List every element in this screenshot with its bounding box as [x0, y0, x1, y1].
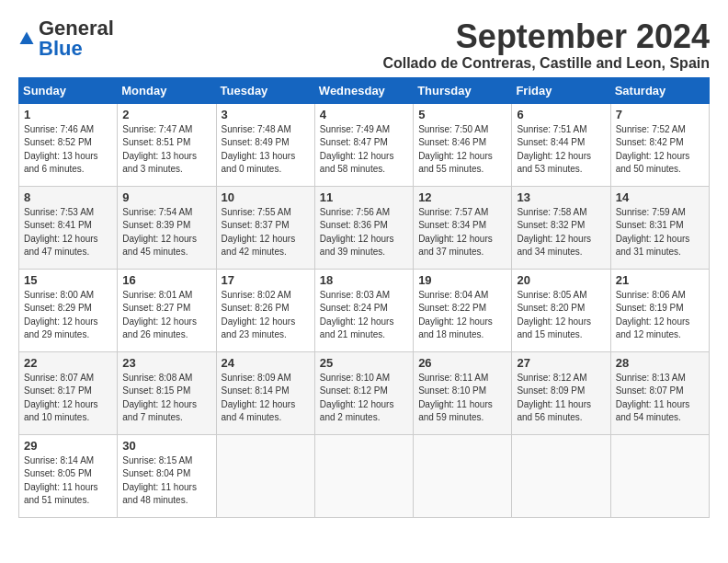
day-number: 13	[517, 190, 605, 204]
calendar-table: SundayMondayTuesdayWednesdayThursdayFrid…	[18, 77, 710, 518]
day-cell: 30Sunrise: 8:15 AMSunset: 8:04 PMDayligh…	[118, 434, 216, 517]
day-number: 12	[418, 190, 506, 204]
day-cell	[414, 434, 512, 517]
day-number: 9	[122, 190, 210, 204]
day-info: Sunrise: 7:49 AMSunset: 8:47 PMDaylight:…	[320, 123, 408, 177]
day-cell	[610, 434, 709, 517]
week-row-1: 1Sunrise: 7:46 AMSunset: 8:52 PMDaylight…	[19, 103, 710, 186]
day-cell: 23Sunrise: 8:08 AMSunset: 8:15 PMDayligh…	[118, 351, 216, 434]
week-row-3: 15Sunrise: 8:00 AMSunset: 8:29 PMDayligh…	[19, 269, 710, 351]
day-cell	[512, 434, 610, 517]
day-number: 21	[616, 273, 704, 287]
day-info: Sunrise: 7:55 AMSunset: 8:37 PMDaylight:…	[222, 206, 310, 259]
day-number: 8	[24, 190, 112, 204]
day-number: 19	[418, 273, 506, 287]
logo-icon	[18, 30, 35, 47]
day-info: Sunrise: 7:47 AMSunset: 8:51 PMDaylight:…	[122, 123, 210, 177]
day-cell: 7Sunrise: 7:52 AMSunset: 8:42 PMDaylight…	[610, 103, 709, 186]
day-number: 20	[517, 273, 605, 287]
day-info: Sunrise: 8:04 AMSunset: 8:22 PMDaylight:…	[418, 289, 506, 342]
day-cell: 16Sunrise: 8:01 AMSunset: 8:27 PMDayligh…	[118, 269, 216, 351]
day-number: 5	[418, 108, 506, 121]
day-cell: 4Sunrise: 7:49 AMSunset: 8:47 PMDaylight…	[314, 103, 413, 186]
header: General Blue September 2024 Collado de C…	[18, 18, 710, 72]
day-info: Sunrise: 8:07 AMSunset: 8:17 PMDaylight:…	[24, 372, 112, 425]
day-number: 17	[222, 273, 310, 287]
day-number: 28	[616, 356, 704, 370]
day-cell: 21Sunrise: 8:06 AMSunset: 8:19 PMDayligh…	[610, 269, 709, 351]
logo: General Blue	[18, 18, 114, 59]
day-info: Sunrise: 7:48 AMSunset: 8:49 PMDaylight:…	[222, 123, 310, 177]
logo-general-text: General	[39, 18, 114, 39]
calendar-header: SundayMondayTuesdayWednesdayThursdayFrid…	[19, 77, 710, 103]
day-info: Sunrise: 8:13 AMSunset: 8:07 PMDaylight:…	[616, 372, 704, 425]
day-number: 27	[517, 356, 605, 370]
day-number: 15	[24, 273, 112, 287]
day-number: 7	[616, 108, 704, 121]
day-cell: 10Sunrise: 7:55 AMSunset: 8:37 PMDayligh…	[216, 186, 314, 269]
day-number: 2	[122, 108, 210, 121]
day-number: 10	[222, 190, 310, 204]
day-info: Sunrise: 8:05 AMSunset: 8:20 PMDaylight:…	[517, 289, 605, 342]
day-info: Sunrise: 8:01 AMSunset: 8:27 PMDaylight:…	[122, 289, 210, 342]
day-cell: 1Sunrise: 7:46 AMSunset: 8:52 PMDaylight…	[19, 103, 118, 186]
day-info: Sunrise: 7:51 AMSunset: 8:44 PMDaylight:…	[517, 123, 605, 177]
day-info: Sunrise: 7:52 AMSunset: 8:42 PMDaylight:…	[616, 123, 704, 177]
day-cell: 25Sunrise: 8:10 AMSunset: 8:12 PMDayligh…	[314, 351, 413, 434]
day-number: 23	[122, 356, 210, 370]
day-info: Sunrise: 8:11 AMSunset: 8:10 PMDaylight:…	[418, 372, 506, 425]
day-cell: 2Sunrise: 7:47 AMSunset: 8:51 PMDaylight…	[118, 103, 216, 186]
day-cell: 5Sunrise: 7:50 AMSunset: 8:46 PMDaylight…	[414, 103, 512, 186]
day-number: 14	[616, 190, 704, 204]
title-area: September 2024 Collado de Contreras, Cas…	[382, 18, 710, 72]
day-cell: 24Sunrise: 8:09 AMSunset: 8:14 PMDayligh…	[216, 351, 314, 434]
day-number: 16	[122, 273, 210, 287]
location-title: Collado de Contreras, Castille and Leon,…	[382, 55, 710, 72]
day-cell: 19Sunrise: 8:04 AMSunset: 8:22 PMDayligh…	[414, 269, 512, 351]
day-number: 25	[320, 356, 408, 370]
day-number: 4	[320, 108, 408, 121]
day-cell: 3Sunrise: 7:48 AMSunset: 8:49 PMDaylight…	[216, 103, 314, 186]
header-row: SundayMondayTuesdayWednesdayThursdayFrid…	[19, 77, 710, 103]
day-info: Sunrise: 8:12 AMSunset: 8:09 PMDaylight:…	[517, 372, 605, 425]
day-info: Sunrise: 8:02 AMSunset: 8:26 PMDaylight:…	[222, 289, 310, 342]
day-cell: 26Sunrise: 8:11 AMSunset: 8:10 PMDayligh…	[414, 351, 512, 434]
header-cell-monday: Monday	[118, 77, 216, 103]
day-cell: 14Sunrise: 7:59 AMSunset: 8:31 PMDayligh…	[610, 186, 709, 269]
week-row-4: 22Sunrise: 8:07 AMSunset: 8:17 PMDayligh…	[19, 351, 710, 434]
day-cell: 29Sunrise: 8:14 AMSunset: 8:05 PMDayligh…	[19, 434, 118, 517]
header-cell-tuesday: Tuesday	[216, 77, 314, 103]
calendar-body: 1Sunrise: 7:46 AMSunset: 8:52 PMDaylight…	[19, 103, 710, 517]
day-info: Sunrise: 7:50 AMSunset: 8:46 PMDaylight:…	[418, 123, 506, 177]
day-cell: 11Sunrise: 7:56 AMSunset: 8:36 PMDayligh…	[314, 186, 413, 269]
day-cell	[216, 434, 314, 517]
day-cell: 22Sunrise: 8:07 AMSunset: 8:17 PMDayligh…	[19, 351, 118, 434]
day-number: 6	[517, 108, 605, 121]
day-cell: 12Sunrise: 7:57 AMSunset: 8:34 PMDayligh…	[414, 186, 512, 269]
day-info: Sunrise: 7:58 AMSunset: 8:32 PMDaylight:…	[517, 206, 605, 259]
day-info: Sunrise: 8:09 AMSunset: 8:14 PMDaylight:…	[222, 372, 310, 425]
svg-marker-0	[20, 32, 34, 45]
header-cell-friday: Friday	[512, 77, 610, 103]
day-cell: 17Sunrise: 8:02 AMSunset: 8:26 PMDayligh…	[216, 269, 314, 351]
day-cell: 9Sunrise: 7:54 AMSunset: 8:39 PMDaylight…	[118, 186, 216, 269]
day-number: 24	[222, 356, 310, 370]
day-info: Sunrise: 8:15 AMSunset: 8:04 PMDaylight:…	[122, 454, 210, 508]
day-info: Sunrise: 8:03 AMSunset: 8:24 PMDaylight:…	[320, 289, 408, 342]
header-cell-wednesday: Wednesday	[314, 77, 413, 103]
day-cell: 27Sunrise: 8:12 AMSunset: 8:09 PMDayligh…	[512, 351, 610, 434]
day-info: Sunrise: 7:53 AMSunset: 8:41 PMDaylight:…	[24, 206, 112, 259]
day-info: Sunrise: 7:57 AMSunset: 8:34 PMDaylight:…	[418, 206, 506, 259]
day-cell: 20Sunrise: 8:05 AMSunset: 8:20 PMDayligh…	[512, 269, 610, 351]
day-number: 30	[122, 439, 210, 453]
month-title: September 2024	[382, 18, 710, 55]
header-cell-saturday: Saturday	[610, 77, 709, 103]
day-info: Sunrise: 8:10 AMSunset: 8:12 PMDaylight:…	[320, 372, 408, 425]
day-cell: 8Sunrise: 7:53 AMSunset: 8:41 PMDaylight…	[19, 186, 118, 269]
day-info: Sunrise: 7:56 AMSunset: 8:36 PMDaylight:…	[320, 206, 408, 259]
logo-blue-text: Blue	[39, 39, 114, 59]
day-cell: 13Sunrise: 7:58 AMSunset: 8:32 PMDayligh…	[512, 186, 610, 269]
day-info: Sunrise: 7:59 AMSunset: 8:31 PMDaylight:…	[616, 206, 704, 259]
day-cell: 18Sunrise: 8:03 AMSunset: 8:24 PMDayligh…	[314, 269, 413, 351]
week-row-2: 8Sunrise: 7:53 AMSunset: 8:41 PMDaylight…	[19, 186, 710, 269]
